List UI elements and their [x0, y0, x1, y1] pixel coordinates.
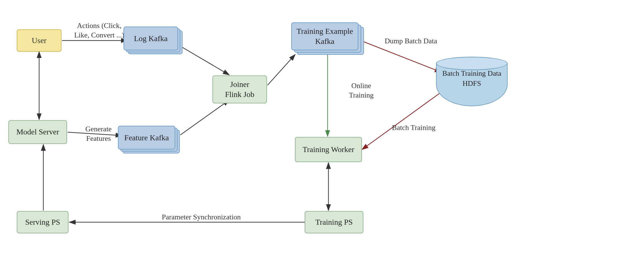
- svg-line-13: [362, 92, 441, 150]
- feature-kafka-label: Feature Kafka: [124, 133, 169, 142]
- training-ps-label: Training PS: [315, 217, 353, 227]
- svg-line-10: [267, 54, 295, 85]
- joiner-flink-label: Joiner Flink Job: [225, 79, 254, 100]
- user-box: User: [17, 29, 61, 52]
- serving-ps-label: Serving PS: [25, 217, 60, 227]
- log-kafka-stack: Log Kafka: [123, 27, 184, 59]
- feature-kafka-stack: Feature Kafka: [117, 126, 183, 158]
- dump-batch-data-label: Dump Batch Data: [382, 36, 440, 46]
- training-worker-box: Training Worker: [295, 137, 362, 162]
- training-worker-label: Training Worker: [302, 144, 354, 155]
- serving-ps-box: Serving PS: [17, 211, 68, 233]
- training-example-kafka-stack: Training ExampleKafka: [291, 22, 368, 59]
- diagram-container: User Model Server Serving PS Log Kafka F…: [0, 0, 644, 275]
- online-training-label: Online Training: [338, 81, 384, 100]
- batch-hdfs-label: Batch Training DataHDFS: [442, 69, 501, 87]
- model-server-box: Model Server: [8, 120, 67, 144]
- log-kafka-label: Log Kafka: [134, 34, 168, 43]
- generate-features-label: GenerateFeatures: [74, 124, 123, 143]
- user-label: User: [32, 35, 47, 46]
- model-server-label: Model Server: [16, 127, 59, 137]
- parameter-sync-label: Parameter Synchronization: [148, 212, 254, 222]
- training-ps-box: Training PS: [305, 211, 363, 233]
- svg-line-9: [180, 100, 229, 135]
- actions-label: Actions (Click, Like, Convert ...): [71, 21, 127, 40]
- joiner-flink-box: Joiner Flink Job: [212, 75, 267, 103]
- batch-training-label: Batch Training: [386, 123, 442, 132]
- batch-hdfs-cylinder: Batch Training DataHDFS: [436, 54, 509, 110]
- svg-line-8: [180, 46, 229, 75]
- training-example-kafka-label: Training ExampleKafka: [297, 26, 353, 47]
